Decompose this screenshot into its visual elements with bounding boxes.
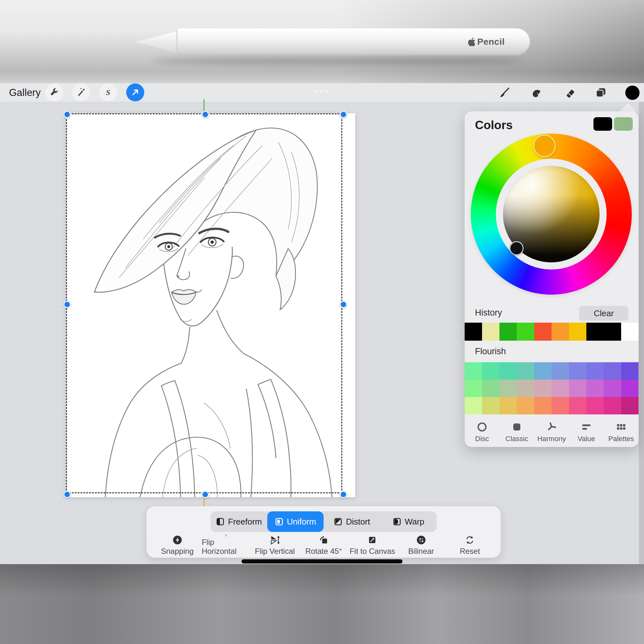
palette-swatch[interactable] <box>499 397 517 414</box>
paint-tool-button[interactable] <box>497 85 512 100</box>
svg-text:S: S <box>106 88 110 97</box>
palette-swatch[interactable] <box>552 397 569 414</box>
palette-swatch[interactable] <box>569 380 586 397</box>
history-swatch[interactable] <box>586 323 604 341</box>
palette-swatch[interactable] <box>465 362 482 380</box>
color-picker-button[interactable] <box>625 85 640 100</box>
magic-wand-icon <box>76 87 86 98</box>
palette-swatch[interactable] <box>534 362 552 380</box>
eraser-tool-button[interactable] <box>562 85 577 100</box>
palette-swatch[interactable] <box>621 380 639 397</box>
tab-palettes[interactable]: Palettes <box>604 421 639 447</box>
transform-arrow-icon <box>130 87 140 98</box>
current-color-primary[interactable] <box>593 117 612 131</box>
rotate-45-button[interactable]: Rotate 45° <box>299 535 348 556</box>
palette-swatch[interactable] <box>517 380 534 397</box>
palette-swatch[interactable] <box>482 397 499 414</box>
tab-value[interactable]: Value <box>569 421 604 447</box>
palette-swatch[interactable] <box>586 397 604 414</box>
selection-handle-bottom-left[interactable] <box>63 491 71 498</box>
history-swatch[interactable] <box>465 323 482 341</box>
selection-handle-mid-left[interactable] <box>63 301 71 308</box>
mode-distort[interactable]: Distort <box>324 511 380 532</box>
palette-swatch[interactable] <box>569 362 586 380</box>
palette-swatch[interactable] <box>534 380 552 397</box>
snapping-button[interactable]: Snapping <box>153 535 202 556</box>
palette-swatch[interactable] <box>621 397 639 414</box>
mode-warp[interactable]: Warp <box>380 511 437 532</box>
tab-harmony[interactable]: Harmony <box>534 421 569 447</box>
flip-horizontal-button[interactable]: Flip Horizontal <box>202 535 250 556</box>
history-clear-button[interactable]: Clear <box>579 306 629 321</box>
flourish-label: Flourish <box>475 346 506 356</box>
tab-disc[interactable]: Disc <box>465 421 499 447</box>
palette-swatch[interactable] <box>604 397 621 414</box>
colors-panel: Colors History Clear Flourish Disc Clas <box>465 111 639 447</box>
gallery-button[interactable]: Gallery <box>9 87 41 99</box>
bilinear-icon <box>415 535 427 545</box>
flip-vertical-button[interactable]: Flip Vertical <box>251 535 299 556</box>
palette-swatch[interactable] <box>499 380 517 397</box>
palette-swatch[interactable] <box>586 380 604 397</box>
adjustments-button[interactable] <box>72 83 90 101</box>
history-swatch[interactable] <box>499 323 517 341</box>
selection-s-icon: S <box>103 87 113 98</box>
palette-swatch[interactable] <box>552 380 569 397</box>
history-swatch[interactable] <box>621 323 639 341</box>
palette-swatch[interactable] <box>604 362 621 380</box>
current-color-secondary[interactable] <box>614 117 633 131</box>
palette-swatch[interactable] <box>465 397 482 414</box>
selection-handle-bottom-right[interactable] <box>340 491 347 498</box>
palette-swatch[interactable] <box>499 362 517 380</box>
palette-swatch[interactable] <box>604 380 621 397</box>
palette-swatch[interactable] <box>534 397 552 414</box>
layers-icon <box>594 86 607 99</box>
selection-handle-bottom-center[interactable] <box>202 491 209 498</box>
fit-to-canvas-button[interactable]: Fit to Canvas <box>348 535 397 556</box>
mode-freeform[interactable]: Freeform <box>211 511 267 532</box>
classic-icon <box>511 421 523 433</box>
palette-swatch[interactable] <box>482 380 499 397</box>
paintbrush-icon <box>498 87 510 99</box>
history-swatch[interactable] <box>482 323 499 341</box>
hue-knob[interactable] <box>533 135 556 157</box>
bilinear-button[interactable]: Bilinear <box>397 535 445 556</box>
distort-icon <box>334 517 343 526</box>
saturation-knob[interactable] <box>509 241 524 255</box>
colors-panel-title: Colors <box>475 118 513 132</box>
selection-handle-top-left[interactable] <box>63 111 71 118</box>
palette-swatch[interactable] <box>517 397 534 414</box>
selection-handle-mid-right[interactable] <box>340 301 347 308</box>
selection-handle-top-right[interactable] <box>340 111 347 118</box>
eraser-icon <box>563 87 575 99</box>
reset-button[interactable]: Reset <box>446 535 494 556</box>
artwork-canvas[interactable] <box>66 113 355 497</box>
palette-swatch[interactable] <box>552 362 569 380</box>
palette-swatch[interactable] <box>482 362 499 380</box>
palette-swatch[interactable] <box>586 362 604 380</box>
selection-handle-top-center[interactable] <box>202 111 209 118</box>
tab-classic[interactable]: Classic <box>499 421 534 447</box>
history-swatch[interactable] <box>552 323 569 341</box>
home-indicator[interactable] <box>241 559 403 563</box>
transform-tool-button[interactable] <box>126 83 144 101</box>
harmony-icon <box>546 421 557 433</box>
palette-swatch[interactable] <box>517 362 534 380</box>
palette-swatch[interactable] <box>465 380 482 397</box>
palette-swatch[interactable] <box>621 362 639 380</box>
panel-drag-dots <box>315 90 328 92</box>
fit-to-canvas-icon <box>366 535 378 545</box>
smudge-tool-button[interactable] <box>529 85 544 100</box>
history-swatch[interactable] <box>604 323 621 341</box>
layers-button[interactable] <box>593 85 609 100</box>
selection-tool-button[interactable]: S <box>99 83 117 101</box>
value-icon <box>581 421 592 433</box>
transform-options-panel: Freeform Uniform Distort <box>147 506 501 558</box>
actions-wrench-button[interactable] <box>45 83 63 101</box>
pencil-shadow <box>151 57 522 65</box>
mode-uniform[interactable]: Uniform <box>267 511 324 532</box>
history-swatch[interactable] <box>517 323 534 341</box>
history-swatch[interactable] <box>569 323 586 341</box>
history-swatch[interactable] <box>534 323 552 341</box>
palette-swatch[interactable] <box>569 397 586 414</box>
